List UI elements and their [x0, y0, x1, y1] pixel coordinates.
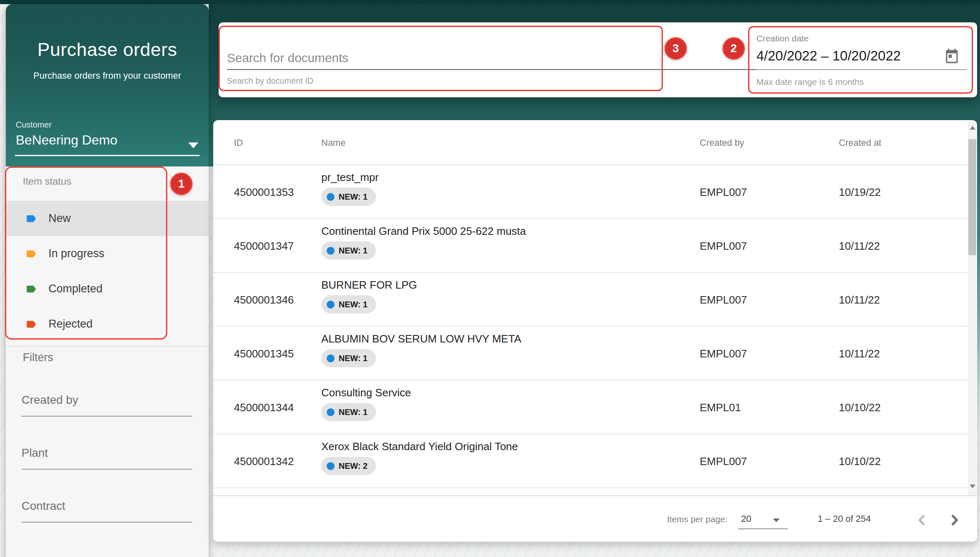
table-row[interactable]: 4500001345 ALBUMIN BOV SERUM LOW HVY MET…: [213, 326, 968, 380]
scrollbar-thumb[interactable]: [968, 139, 976, 255]
scroll-down-icon[interactable]: [970, 485, 975, 488]
cell-name: Consulting Service: [321, 386, 411, 399]
cell-name: Xerox Black Standard Yield Original Tone: [321, 440, 518, 453]
chevron-down-icon[interactable]: [773, 518, 780, 522]
item-status-list: New In progress Completed Rejected: [6, 201, 209, 342]
cell-name: Continental Grand Prix 5000 25-622 musta: [321, 225, 526, 238]
cell-created-by: EMPL007: [700, 186, 747, 199]
table-row[interactable]: 4500001344 Consulting Service NEW: 1 EMP…: [213, 380, 968, 434]
status-badge: NEW: 1: [321, 188, 376, 206]
cell-name: pr_test_mpr: [321, 171, 379, 184]
purchase-orders-table: ID Name Created by Created at 4500001353…: [213, 120, 977, 542]
new-status-dot-icon: [327, 462, 335, 470]
cell-created-by: EMPL007: [700, 294, 747, 306]
calendar-icon[interactable]: [944, 48, 960, 64]
column-header-id: ID: [234, 137, 243, 148]
label-tag-icon: [24, 248, 39, 260]
cell-created-at: 10/11/22: [839, 347, 880, 360]
column-header-created-by: Created by: [700, 137, 744, 148]
cell-created-at: 10/10/22: [839, 401, 881, 414]
customer-select-value[interactable]: BeNeering Demo: [16, 133, 117, 148]
cell-id: 4500001342: [234, 455, 294, 468]
filter-field-plant: [22, 445, 192, 474]
filter-input[interactable]: [22, 445, 192, 460]
pagination-range-label: 1 – 20 of 254: [818, 514, 871, 524]
cell-created-by: EMPL007: [700, 240, 747, 253]
cell-id: 4500001346: [234, 294, 294, 306]
status-item-completed[interactable]: Completed: [6, 271, 209, 306]
items-per-page-select[interactable]: 20: [741, 514, 751, 524]
new-status-dot-icon: [327, 247, 335, 255]
status-item-new[interactable]: New: [6, 201, 209, 236]
toolbar-card: Search by document ID Creation date 4/20…: [219, 22, 977, 97]
creation-date-helper-text: Max date range is 6 months: [756, 77, 864, 87]
label-tag-icon: [24, 283, 39, 295]
filters-heading: Filters: [23, 351, 53, 364]
scroll-up-icon[interactable]: [970, 126, 975, 130]
status-item-label: In progress: [48, 247, 104, 260]
sidebar-panel: Purchase orders Purchase orders from you…: [6, 4, 209, 557]
partial-row: [213, 487, 968, 494]
table-row[interactable]: 4500001346 BURNER FOR LPG NEW: 1 EMPL007…: [213, 272, 968, 326]
cell-created-at: 10/11/22: [839, 294, 880, 306]
page-title: Purchase orders: [6, 39, 209, 60]
new-status-dot-icon: [327, 354, 335, 362]
table-body: 4500001353 pr_test_mpr NEW: 1 EMPL007 10…: [213, 164, 968, 487]
filter-input[interactable]: [22, 392, 192, 407]
cell-id: 4500001344: [234, 401, 294, 414]
status-badge: NEW: 1: [321, 349, 376, 367]
table-row[interactable]: 4500001353 pr_test_mpr NEW: 1 EMPL007 10…: [213, 164, 968, 218]
label-tag-icon: [24, 213, 39, 224]
window-top-edge: [0, 0, 980, 4]
previous-page-button[interactable]: [914, 512, 930, 528]
status-badge: NEW: 1: [321, 241, 376, 260]
column-header-created-at: Created at: [839, 137, 881, 148]
page-subtitle: Purchase orders from your customer: [6, 70, 209, 81]
cell-name: ALBUMIN BOV SERUM LOW HVY META: [321, 333, 521, 345]
table-row[interactable]: 4500001342 Xerox Black Standard Yield Or…: [213, 434, 968, 487]
customer-label: Customer: [16, 120, 52, 130]
status-item-in-progress[interactable]: In progress: [6, 236, 209, 271]
label-tag-icon: [24, 318, 39, 330]
search-input[interactable]: [227, 48, 740, 68]
status-badge: NEW: 1: [321, 403, 376, 421]
status-badge-label: NEW: 1: [339, 246, 368, 256]
status-item-rejected[interactable]: Rejected: [6, 306, 209, 342]
chevron-down-icon[interactable]: [188, 142, 198, 148]
cell-created-by: EMPL01: [700, 401, 741, 414]
cell-created-by: EMPL007: [700, 347, 747, 360]
next-page-button[interactable]: [946, 512, 963, 528]
new-status-dot-icon: [327, 301, 335, 309]
app-window: Purchase orders Purchase orders from you…: [0, 0, 980, 557]
filter-input[interactable]: [22, 498, 192, 513]
cell-created-at: 10/11/22: [839, 240, 880, 253]
creation-date-label: Creation date: [756, 34, 809, 43]
search-underline: [227, 69, 758, 70]
cell-id: 4500001345: [234, 347, 294, 360]
new-status-dot-icon: [327, 193, 335, 201]
creation-date-underline: [756, 69, 967, 70]
table-footer: Items per page: 20 1 – 20 of 254: [213, 495, 977, 542]
status-badge: NEW: 1: [321, 295, 376, 313]
items-per-page-label: Items per page:: [667, 514, 727, 524]
status-badge-label: NEW: 1: [339, 354, 368, 363]
status-badge-label: NEW: 1: [339, 408, 368, 417]
cell-name: BURNER FOR LPG: [321, 279, 417, 292]
filter-underline: [22, 469, 192, 470]
cell-created-at: 10/19/22: [839, 186, 881, 199]
sidebar-header: Purchase orders Purchase orders from you…: [6, 4, 209, 166]
new-status-dot-icon: [327, 408, 335, 416]
status-badge-label: NEW: 1: [339, 192, 368, 202]
table-row[interactable]: 4500001347 Continental Grand Prix 5000 2…: [213, 218, 968, 272]
status-item-label: Rejected: [48, 318, 93, 330]
sidebar-divider: [6, 346, 209, 347]
creation-date-value[interactable]: 4/20/2022 – 10/20/2022: [756, 48, 901, 64]
column-header-name: Name: [321, 137, 346, 148]
item-status-heading: Item status: [23, 176, 71, 187]
filter-field-created-by: [22, 392, 192, 421]
search-helper-text: Search by document ID: [227, 76, 313, 86]
status-badge-label: NEW: 1: [339, 300, 368, 309]
filter-underline: [22, 416, 192, 417]
filter-field-contract: [22, 498, 192, 527]
cell-created-by: EMPL007: [700, 455, 747, 468]
